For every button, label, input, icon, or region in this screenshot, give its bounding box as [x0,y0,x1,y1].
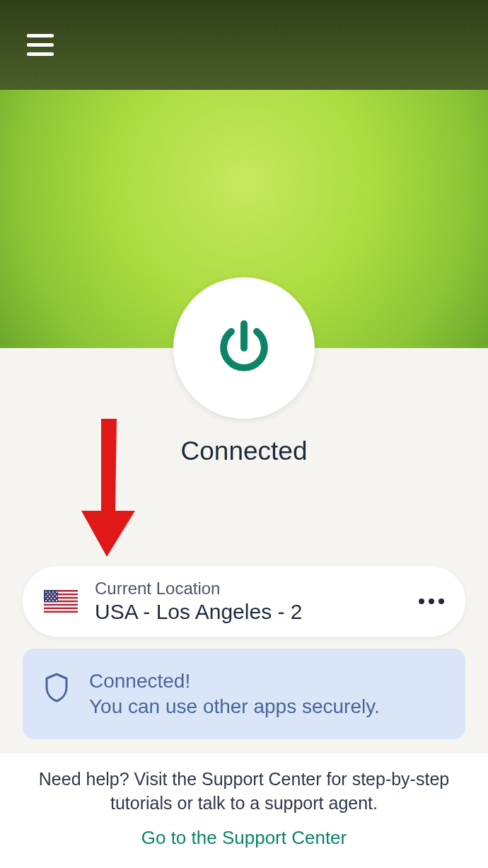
svg-point-21 [54,598,56,599]
help-text: Need help? Visit the Support Center for … [28,768,460,816]
svg-point-15 [45,596,47,597]
svg-point-25 [56,600,57,601]
support-center-link[interactable]: Go to the Support Center [28,827,460,849]
svg-point-10 [52,591,54,593]
svg-point-12 [47,594,49,595]
svg-point-22 [45,600,47,601]
location-value: USA - Los Angeles - 2 [95,600,419,624]
location-label: Current Location [95,579,419,598]
status-banner: Connected! You can use other apps secure… [23,649,465,739]
svg-point-20 [51,598,52,599]
svg-rect-4 [44,602,78,603]
main-content: Connected [0,90,488,753]
connect-button[interactable] [173,277,315,419]
menu-icon[interactable] [27,34,54,56]
svg-point-16 [49,596,50,597]
app-header [0,0,488,90]
connection-status: Connected [181,436,308,466]
more-options-icon[interactable] [419,598,444,604]
svg-point-17 [52,596,54,597]
svg-point-11 [56,591,57,593]
help-section: Need help? Visit the Support Center for … [0,753,488,868]
svg-point-13 [51,594,52,595]
location-info: Current Location USA - Los Angeles - 2 [95,579,419,624]
svg-point-23 [49,600,50,601]
svg-point-24 [52,600,54,601]
svg-point-9 [49,591,50,593]
svg-point-18 [56,596,57,597]
usa-flag-icon [44,590,78,613]
svg-rect-6 [44,609,78,611]
svg-point-14 [54,594,56,595]
shield-icon [44,673,69,702]
banner-text: Connected! You can use other apps secure… [89,670,444,718]
annotation-arrow-icon [81,419,138,557]
svg-point-19 [47,598,49,599]
power-icon [212,316,276,380]
banner-subtitle: You can use other apps securely. [89,695,444,718]
location-selector[interactable]: Current Location USA - Los Angeles - 2 [23,566,465,637]
banner-title: Connected! [89,670,444,693]
svg-point-8 [45,591,47,593]
svg-rect-5 [44,606,78,607]
